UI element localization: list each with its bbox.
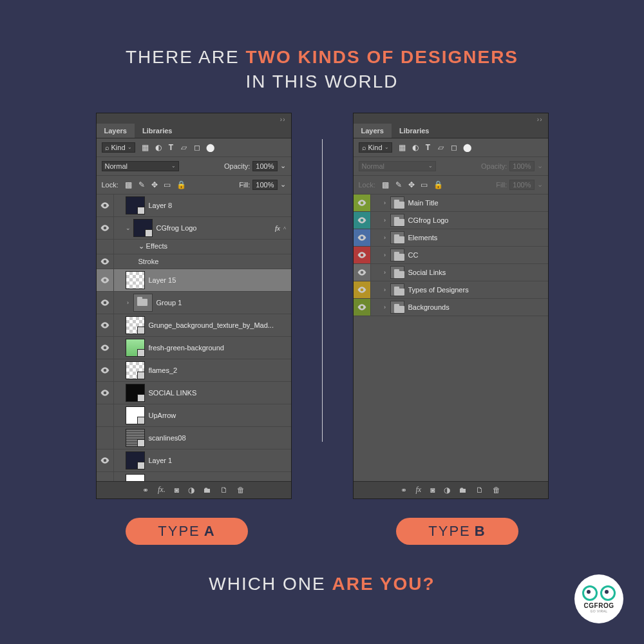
visibility-toggle[interactable] — [354, 264, 371, 281]
visibility-toggle[interactable] — [97, 382, 114, 404]
layer-row[interactable]: ›CC — [354, 247, 548, 264]
blend-mode-select[interactable]: Normal ⌄ — [102, 161, 179, 171]
layer-row[interactable]: ⌄CGfrog Logofx ^ — [97, 217, 291, 240]
visibility-toggle[interactable] — [97, 427, 114, 449]
layer-name[interactable]: Layer 8 — [149, 202, 291, 209]
expand-arrow-icon[interactable]: › — [124, 299, 132, 306]
panel-collapse-icon[interactable]: ›› — [280, 116, 286, 123]
visibility-toggle[interactable] — [97, 292, 114, 314]
layer-effect-row[interactable]: Stroke — [97, 254, 291, 269]
expand-arrow-icon[interactable]: › — [381, 234, 389, 241]
visibility-toggle[interactable] — [354, 247, 371, 263]
layer-row[interactable] — [97, 472, 291, 481]
opacity-control[interactable]: Opacity: 100% ⌄ — [224, 161, 286, 171]
visibility-toggle[interactable] — [354, 299, 371, 316]
layer-row[interactable]: UpArrow — [97, 404, 291, 427]
mask-icon[interactable]: ◙ — [430, 486, 435, 495]
visibility-toggle[interactable] — [97, 472, 114, 481]
filter-kind-select[interactable]: ⌕ Kind ⌄ — [359, 142, 392, 153]
link-layers-icon[interactable]: ⚭ — [401, 486, 407, 495]
visibility-toggle[interactable] — [97, 194, 114, 216]
shape-filter-icon[interactable]: ▱ — [180, 143, 188, 152]
new-layer-icon[interactable]: 🗋 — [220, 486, 228, 495]
tab-libraries[interactable]: Libraries — [135, 124, 180, 138]
layer-name[interactable]: Layer 15 — [149, 276, 291, 284]
mask-icon[interactable]: ◙ — [175, 486, 179, 495]
visibility-toggle[interactable] — [354, 194, 371, 211]
pixel-filter-icon[interactable]: ▦ — [142, 143, 149, 152]
visibility-toggle[interactable] — [97, 450, 114, 471]
trash-icon[interactable]: 🗑 — [493, 486, 500, 495]
layer-row[interactable]: ›Elements — [354, 229, 548, 247]
lock-all-icon[interactable]: 🔒 — [176, 180, 184, 189]
layer-name[interactable]: UpArrow — [149, 412, 291, 419]
trash-icon[interactable]: 🗑 — [237, 486, 245, 495]
visibility-toggle[interactable] — [97, 269, 114, 291]
new-layer-icon[interactable]: 🗋 — [476, 486, 484, 495]
filter-toggle-icon[interactable]: ⬤ — [206, 143, 214, 152]
layer-row[interactable]: ›Social Links — [354, 264, 548, 281]
layer-row[interactable]: SOCIAL LINKS — [97, 382, 291, 404]
layer-name[interactable]: Backgrounds — [408, 303, 548, 311]
fill-value[interactable]: 100% — [252, 180, 277, 190]
visibility-toggle[interactable] — [97, 359, 114, 381]
layer-name[interactable]: CC — [408, 251, 548, 259]
visibility-toggle[interactable] — [97, 254, 114, 269]
layer-row[interactable]: ›Group 1 — [97, 292, 291, 314]
adjust-filter-icon[interactable]: ◐ — [155, 143, 162, 152]
layer-name[interactable]: Layer 1 — [149, 457, 291, 464]
adjust-filter-icon[interactable]: ◐ — [412, 143, 419, 152]
fx-indicator[interactable]: fx ^ — [275, 224, 286, 232]
layer-effect-row[interactable]: ⌄ Effects — [97, 240, 291, 254]
expand-arrow-icon[interactable]: › — [381, 269, 389, 276]
type-filter-icon[interactable]: T — [167, 143, 175, 152]
filter-kind-select[interactable]: ⌕ Kind ⌄ — [102, 142, 135, 153]
layer-row[interactable]: Layer 15 — [97, 269, 291, 292]
lock-position-icon[interactable]: ✥ — [151, 180, 158, 189]
fill-control[interactable]: Fill: 100% ⌄ — [239, 180, 285, 190]
layer-row[interactable]: Layer 1 — [97, 450, 291, 472]
visibility-toggle[interactable] — [97, 404, 114, 426]
fx-icon[interactable]: fx — [416, 485, 422, 495]
lock-brush-icon[interactable]: ✎ — [138, 180, 146, 189]
pixel-filter-icon[interactable]: ▦ — [399, 143, 406, 152]
panel-collapse-icon[interactable]: ›› — [537, 116, 543, 123]
tab-libraries[interactable]: Libraries — [392, 124, 437, 138]
visibility-toggle[interactable] — [354, 229, 371, 246]
tab-layers[interactable]: Layers — [97, 124, 135, 138]
tab-layers[interactable]: Layers — [354, 124, 392, 138]
layer-name[interactable]: flames_2 — [149, 366, 291, 374]
layer-name[interactable]: Main Title — [408, 199, 548, 207]
expand-arrow-icon[interactable]: › — [381, 252, 389, 258]
layer-row[interactable]: ›Backgrounds — [354, 299, 548, 316]
expand-arrow-icon[interactable]: › — [381, 217, 389, 223]
new-group-icon[interactable]: 🖿 — [459, 486, 467, 495]
smart-filter-icon[interactable]: ◻ — [450, 143, 458, 152]
expand-arrow-icon[interactable]: › — [381, 200, 389, 206]
visibility-toggle[interactable] — [97, 337, 114, 359]
layer-row[interactable]: flames_2 — [97, 359, 291, 382]
layer-name[interactable]: fresh-green-background — [149, 344, 291, 352]
visibility-toggle[interactable] — [354, 212, 371, 229]
layer-row[interactable]: scanlines08 — [97, 427, 291, 450]
filter-toggle-icon[interactable]: ⬤ — [463, 143, 471, 152]
lock-artboard-icon[interactable]: ▭ — [164, 180, 171, 189]
layer-row[interactable]: Layer 8 — [97, 194, 291, 217]
layer-name[interactable]: CGfrog Logo — [156, 224, 276, 232]
adjustment-icon[interactable]: ◑ — [188, 486, 194, 495]
layer-name[interactable]: Group 1 — [156, 299, 291, 307]
type-filter-icon[interactable]: T — [424, 143, 432, 152]
expand-arrow-icon[interactable]: › — [381, 304, 389, 310]
layer-row[interactable]: ›Types of Designers — [354, 281, 548, 299]
visibility-toggle[interactable] — [97, 240, 114, 254]
layer-name[interactable]: Types of Designers — [408, 286, 548, 294]
opacity-value[interactable]: 100% — [252, 161, 277, 171]
link-layers-icon[interactable]: ⚭ — [142, 486, 149, 495]
fx-icon[interactable]: fx. — [158, 485, 166, 495]
layer-name[interactable]: Grunge_background_texture_by_Mad... — [149, 321, 291, 329]
expand-arrow-icon[interactable]: › — [381, 287, 389, 293]
visibility-toggle[interactable] — [354, 281, 371, 298]
layer-row[interactable]: Grunge_background_texture_by_Mad... — [97, 314, 291, 337]
layer-row[interactable]: ›Main Title — [354, 194, 548, 212]
adjustment-icon[interactable]: ◑ — [444, 486, 450, 495]
